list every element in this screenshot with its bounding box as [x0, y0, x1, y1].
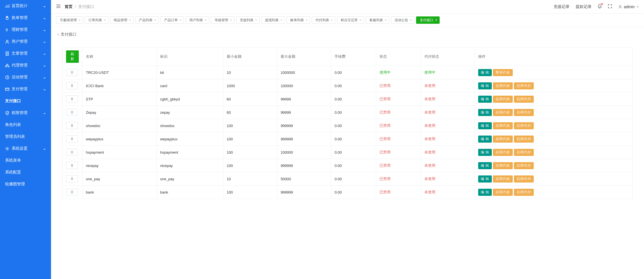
- sidebar-group-label: 权限管理: [12, 110, 27, 115]
- breadcrumb-home[interactable]: 首页: [65, 4, 73, 9]
- sort-input[interactable]: [66, 135, 78, 143]
- sidebar-group-7[interactable]: 支付管理: [0, 83, 51, 95]
- notification-bell-icon[interactable]: [598, 4, 602, 9]
- sidebar-item-9-2[interactable]: 轮播图管理: [0, 178, 51, 190]
- sidebar-group-3[interactable]: 用户管理: [0, 36, 51, 48]
- tab-close-icon[interactable]: ×: [79, 18, 80, 22]
- tab-9[interactable]: 账单列表×: [287, 16, 310, 24]
- tab-close-icon[interactable]: ×: [410, 18, 412, 22]
- edit-button[interactable]: 编 辑: [478, 122, 492, 129]
- tab-0[interactable]: 方案组管理×: [56, 16, 83, 24]
- enable-recv-button[interactable]: 启用代收: [493, 189, 513, 196]
- enable-recv-button[interactable]: 启用代收: [493, 109, 513, 116]
- cell-ident: zepay: [156, 106, 223, 119]
- cell-pay-status: 未使用: [421, 132, 474, 146]
- enable-recv-button[interactable]: 启用代收: [493, 82, 513, 89]
- enable-pay-button[interactable]: 启用代付: [514, 82, 534, 89]
- tab-close-icon[interactable]: ×: [280, 18, 282, 22]
- link-recharge-log[interactable]: 充值记录: [554, 4, 569, 9]
- tab-8[interactable]: 提现列表×: [261, 16, 285, 24]
- tab-close-icon[interactable]: ×: [306, 18, 308, 22]
- tab-13[interactable]: 活动公告×: [391, 16, 414, 24]
- enable-pay-button[interactable]: 启用代付: [514, 122, 534, 129]
- sidebar-group-2[interactable]: B理财管理: [0, 24, 51, 36]
- user-dropdown[interactable]: admin: [618, 5, 639, 9]
- sort-input[interactable]: [66, 122, 78, 129]
- sidebar-group-4[interactable]: 文章管理: [0, 48, 51, 59]
- edit-button[interactable]: 编 辑: [478, 189, 492, 196]
- tab-7[interactable]: 充值列表×: [236, 16, 260, 24]
- refresh-button[interactable]: 刷 新: [66, 50, 79, 63]
- edit-button[interactable]: 编 辑: [478, 175, 492, 183]
- tab-close-icon[interactable]: ×: [104, 18, 106, 22]
- enable-pay-button[interactable]: 启用代付: [514, 175, 534, 183]
- link-withdraw-log[interactable]: 提款记录: [576, 4, 592, 9]
- enable-recv-button[interactable]: 启用代收: [493, 122, 513, 129]
- tab-close-icon[interactable]: ×: [154, 18, 156, 22]
- sort-input[interactable]: [66, 95, 78, 103]
- tab-2[interactable]: 商品管理×: [110, 16, 134, 24]
- enable-pay-button[interactable]: 启用代付: [514, 149, 534, 156]
- sidebar-group-0[interactable]: 首页统计: [0, 0, 51, 12]
- sort-input[interactable]: [66, 82, 78, 89]
- tab-close-icon[interactable]: ×: [205, 18, 207, 22]
- tab-4[interactable]: 产品订单×: [160, 16, 184, 24]
- enable-recv-button[interactable]: 启用代收: [493, 149, 513, 156]
- tab-6[interactable]: 等级管理×: [211, 16, 234, 24]
- table-row: Zepayzepay60999990.00已禁用未使用编 辑启用代收启用代付: [63, 106, 633, 119]
- enable-pay-button[interactable]: 启用代付: [514, 136, 534, 143]
- edit-button[interactable]: 编 辑: [478, 69, 492, 76]
- cell-min: 60: [223, 93, 277, 106]
- sidebar-item-9-0[interactable]: 系统菜单: [0, 154, 51, 166]
- sidebar-item-9-1[interactable]: 系统配置: [0, 166, 51, 178]
- tab-close-icon[interactable]: ×: [435, 18, 437, 22]
- tab-close-icon[interactable]: ×: [359, 18, 361, 22]
- table-row: STPcgbh_gbkyd60999990.00已禁用未使用编 辑启用代收启用代…: [63, 93, 633, 106]
- fullscreen-icon[interactable]: [608, 4, 612, 9]
- tab-11[interactable]: 积分宝记录×: [337, 16, 364, 24]
- enable-pay-button[interactable]: 启用代付: [514, 96, 534, 103]
- edit-button[interactable]: 编 辑: [478, 82, 492, 89]
- tab-1[interactable]: 订单列表×: [85, 16, 108, 24]
- edit-button[interactable]: 编 辑: [478, 162, 492, 169]
- sidebar-group-6[interactable]: 活动管理: [0, 71, 51, 83]
- sidebar-item-8-0[interactable]: 角色列表: [0, 119, 51, 131]
- tab-close-icon[interactable]: ×: [385, 18, 387, 22]
- tab-12[interactable]: 客服列表×: [366, 16, 389, 24]
- enable-recv-button[interactable]: 启用代收: [493, 96, 513, 103]
- sort-input[interactable]: [66, 175, 78, 183]
- sidebar-item-8-1[interactable]: 管理员列表: [0, 131, 51, 143]
- sidebar-item-7-0[interactable]: 支付接口: [0, 95, 51, 107]
- tab-close-icon[interactable]: ×: [230, 18, 232, 22]
- sort-input[interactable]: [66, 149, 78, 156]
- sidebar-group-5[interactable]: 代理管理: [0, 59, 51, 71]
- enable-recv-button[interactable]: 启用代收: [493, 175, 513, 183]
- tab-close-icon[interactable]: ×: [129, 18, 131, 22]
- disable-pay-button[interactable]: 禁用代收: [493, 69, 513, 76]
- sort-input[interactable]: [66, 109, 78, 116]
- tab-14[interactable]: 支付接口×: [416, 16, 440, 24]
- enable-recv-button[interactable]: 启用代收: [493, 136, 513, 143]
- tab-10[interactable]: 代付列表×: [312, 16, 335, 24]
- toggle-sidebar-icon[interactable]: [56, 4, 61, 9]
- tab-close-icon[interactable]: ×: [255, 18, 257, 22]
- sort-input[interactable]: [66, 69, 78, 76]
- sidebar-group-1[interactable]: 抢单管理: [0, 12, 51, 24]
- edit-button[interactable]: 编 辑: [478, 149, 492, 156]
- tab-3[interactable]: 产品列表×: [135, 16, 159, 24]
- sort-input[interactable]: [66, 188, 78, 196]
- edit-button[interactable]: 编 辑: [478, 96, 492, 103]
- edit-button[interactable]: 编 辑: [478, 136, 492, 143]
- enable-recv-button[interactable]: 启用代收: [493, 162, 513, 169]
- sidebar-group-8[interactable]: 权限管理: [0, 107, 51, 119]
- tab-5[interactable]: 用户列表×: [186, 16, 209, 24]
- tab-close-icon[interactable]: ×: [179, 18, 181, 22]
- sort-input[interactable]: [66, 162, 78, 169]
- tab-close-icon[interactable]: ×: [331, 18, 333, 22]
- enable-pay-button[interactable]: 启用代付: [514, 189, 534, 196]
- svg-point-1: [7, 40, 8, 42]
- edit-button[interactable]: 编 辑: [478, 109, 492, 116]
- enable-pay-button[interactable]: 启用代付: [514, 162, 534, 169]
- enable-pay-button[interactable]: 启用代付: [514, 109, 534, 116]
- sidebar-group-9[interactable]: 系统设置: [0, 143, 51, 154]
